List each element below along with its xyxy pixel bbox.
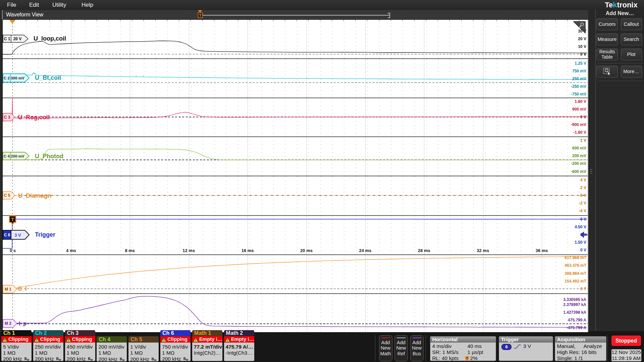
svg-text:900 mV: 900 mV <box>572 107 586 112</box>
svg-text:2 V: 2 V <box>580 185 586 190</box>
svg-text:-1.80 V: -1.80 V <box>573 130 586 135</box>
svg-text:0 V: 0 V <box>580 115 586 119</box>
svg-text:600 mV: 600 mV <box>572 146 586 150</box>
svg-text:0 V: 0 V <box>580 193 586 198</box>
svg-text:36 ms: 36 ms <box>536 248 548 253</box>
svg-text:308.984 mT: 308.984 mT <box>565 271 586 276</box>
svg-text:-900 mV: -900 mV <box>571 122 586 127</box>
svg-text:C 1: C 1 <box>4 37 10 41</box>
svg-text:T: T <box>11 217 14 222</box>
svg-text:617.968 mT: 617.968 mT <box>565 255 586 260</box>
svg-text:-200 mV: -200 mV <box>571 161 586 166</box>
svg-text:3 V: 3 V <box>14 233 21 238</box>
svg-text:300 mV: 300 mV <box>11 76 24 80</box>
svg-text:28 ms: 28 ms <box>418 248 430 253</box>
svg-text:1 V: 1 V <box>580 138 586 143</box>
svg-text:250 mV: 250 mV <box>572 76 586 81</box>
svg-text:U_Diamagn: U_Diamagn <box>18 192 51 199</box>
svg-text:32 ms: 32 ms <box>477 248 489 253</box>
svg-text:I_p: I_p <box>19 321 26 326</box>
svg-text:C 6: C 6 <box>4 233 10 237</box>
svg-text:-600 mV: -600 mV <box>571 169 586 174</box>
svg-text:-475.799 A: -475.799 A <box>567 325 586 330</box>
svg-text:200 mV: 200 mV <box>572 154 586 158</box>
svg-text:0 s: 0 s <box>10 248 16 253</box>
svg-text:10 V: 10 V <box>578 44 586 49</box>
svg-text:0 T: 0 T <box>581 287 587 291</box>
svg-text:4 ms: 4 ms <box>66 248 76 253</box>
svg-text:1.80 V: 1.80 V <box>575 99 586 104</box>
svg-text:4.50 V: 4.50 V <box>575 225 586 229</box>
svg-text:Trigger: Trigger <box>35 231 55 238</box>
svg-text:M 1: M 1 <box>5 287 11 292</box>
svg-text:C 4: C 4 <box>4 154 10 158</box>
svg-text:B_t: B_t <box>18 286 27 292</box>
svg-text:-2 V: -2 V <box>579 201 586 205</box>
svg-text:750 mV: 750 mV <box>572 69 586 73</box>
svg-text:16 ms: 16 ms <box>241 248 254 253</box>
svg-text:475.799 A: 475.799 A <box>568 318 586 322</box>
svg-text:T: T <box>466 356 468 360</box>
svg-text:3.330595 kA: 3.330595 kA <box>563 297 586 302</box>
svg-text:12 ms: 12 ms <box>182 248 195 253</box>
svg-text:20 V: 20 V <box>578 37 586 41</box>
svg-text:24 ms: 24 ms <box>359 248 371 253</box>
svg-text:U_Rog,coil: U_Rog,coil <box>18 114 50 121</box>
svg-text:200 mV: 200 mV <box>11 154 24 158</box>
svg-text:8 ms: 8 ms <box>125 248 135 253</box>
svg-text:20 ms: 20 ms <box>300 248 313 253</box>
svg-text:0 V: 0 V <box>580 52 586 57</box>
svg-text:6 V: 6 V <box>580 217 586 222</box>
svg-text:-4 V: -4 V <box>579 208 586 213</box>
svg-text:1.50 V: 1.50 V <box>575 240 586 245</box>
svg-text:154.492 mT: 154.492 mT <box>565 279 586 284</box>
svg-text:463.476 mT: 463.476 mT <box>565 263 586 268</box>
svg-text:0 V: 0 V <box>580 248 586 252</box>
svg-text:20 V: 20 V <box>13 37 22 41</box>
svg-text:U_Photod: U_Photod <box>35 153 63 160</box>
svg-text:4 V: 4 V <box>580 178 586 182</box>
svg-text:1.427398 kA: 1.427398 kA <box>563 310 586 315</box>
svg-text:U_loop,coil: U_loop,coil <box>34 35 66 42</box>
svg-text:-250 mV: -250 mV <box>571 84 586 89</box>
svg-text:M 2: M 2 <box>5 321 11 326</box>
svg-text:C 2: C 2 <box>4 76 10 80</box>
svg-text:C 3: C 3 <box>4 115 10 120</box>
svg-text:U_Bt,coil: U_Bt,coil <box>35 74 61 81</box>
svg-text:1.25 V: 1.25 V <box>575 61 586 66</box>
svg-text:-750 mV: -750 mV <box>571 92 586 97</box>
svg-text:2.378997 kA: 2.378997 kA <box>563 302 586 307</box>
svg-text:C 5: C 5 <box>4 193 10 198</box>
